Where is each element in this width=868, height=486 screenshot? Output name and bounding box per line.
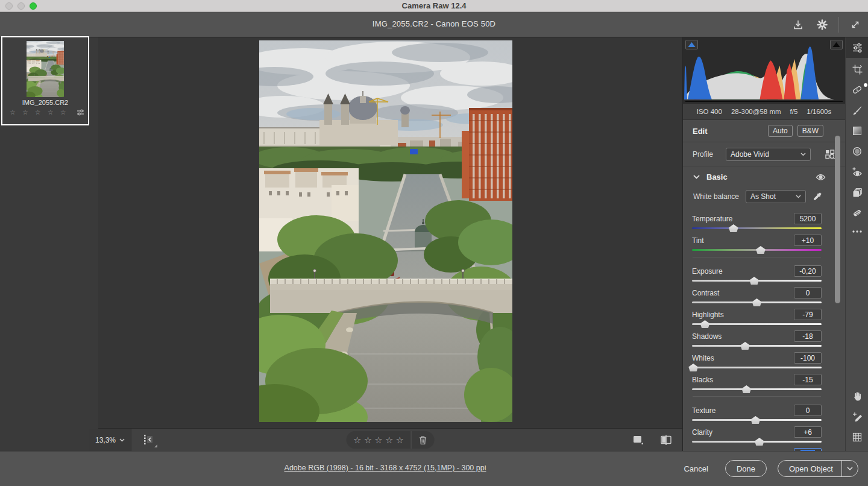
filmstrip-thumbnail-selected[interactable]: IMG_2055.CR2 ☆ ☆ ☆ ☆ ☆ bbox=[1, 36, 89, 125]
slider-row-exposure: Exposure-0,20 bbox=[692, 265, 822, 282]
tool-strip bbox=[845, 37, 868, 451]
slider-track-shadows[interactable] bbox=[692, 345, 822, 347]
open-object-button[interactable]: Open Object bbox=[778, 460, 858, 477]
slider-track-highlights[interactable] bbox=[692, 323, 822, 325]
histogram[interactable] bbox=[683, 37, 845, 104]
hand-tool-icon[interactable] bbox=[846, 386, 868, 406]
workflow-options-link[interactable]: Adobe RGB (1998) - 16 bit - 3168 x 4752 … bbox=[285, 464, 486, 472]
main-photo[interactable] bbox=[259, 40, 512, 422]
slider-thumb-blacks[interactable] bbox=[741, 385, 752, 393]
profile-row: Profile Adobe Vivid bbox=[683, 142, 845, 166]
patch-tool-icon[interactable] bbox=[846, 203, 868, 223]
edit-header: Edit Auto B&W bbox=[683, 120, 845, 142]
shadow-clipping-indicator[interactable] bbox=[685, 40, 698, 49]
thumbnail-rating-stars[interactable]: ☆ ☆ ☆ ☆ ☆ bbox=[10, 109, 69, 116]
slider-value-tint[interactable]: +10 bbox=[794, 235, 822, 246]
document-title: IMG_2055.CR2 - Canon EOS 50D bbox=[0, 19, 868, 28]
slider-thumb-whites[interactable] bbox=[688, 364, 699, 371]
chevron-down-icon bbox=[119, 438, 125, 442]
slider-value-texture[interactable]: 0 bbox=[794, 405, 822, 416]
slider-value-highlights[interactable]: -79 bbox=[794, 309, 822, 320]
wb-sampler-icon[interactable] bbox=[846, 406, 868, 427]
profile-browser-icon[interactable] bbox=[825, 149, 835, 160]
before-after-split-icon[interactable] bbox=[658, 432, 674, 448]
slider-label-tint: Tint bbox=[692, 236, 704, 245]
wb-eyedropper-icon[interactable] bbox=[813, 192, 822, 201]
open-object-dropdown[interactable] bbox=[842, 461, 858, 476]
profile-value: Adobe Vivid bbox=[731, 150, 800, 159]
slider-value-blacks[interactable]: -15 bbox=[794, 374, 822, 385]
exif-iso: ISO 400 bbox=[697, 108, 722, 115]
slider-track-contrast[interactable] bbox=[692, 301, 822, 303]
edit-sliders-icon[interactable] bbox=[846, 37, 868, 58]
slider-label-exposure: Exposure bbox=[692, 267, 723, 276]
rating-pill: ☆ ☆ ☆ ☆ ☆ bbox=[346, 431, 435, 449]
white-balance-dropdown[interactable]: As Shot bbox=[746, 190, 806, 203]
trash-icon[interactable] bbox=[412, 435, 427, 445]
slider-value-whites[interactable]: -100 bbox=[794, 352, 822, 364]
highlight-clipping-indicator[interactable] bbox=[830, 40, 843, 49]
panel-scrollbar[interactable] bbox=[835, 136, 840, 303]
crop-rotate-icon[interactable] bbox=[846, 59, 868, 80]
slider-thumb-exposure[interactable] bbox=[749, 277, 760, 285]
cancel-button[interactable]: Cancel bbox=[678, 461, 714, 476]
camera-raw-window: Camera Raw 12.4 IMG_2055.CR2 - Canon EOS… bbox=[0, 0, 868, 486]
slider-thumb-clarity[interactable] bbox=[754, 438, 764, 446]
slider-value-exposure[interactable]: -0,20 bbox=[794, 265, 822, 277]
slider-row-blacks: Blacks-15 bbox=[692, 374, 822, 390]
slider-label-blacks: Blacks bbox=[692, 376, 713, 384]
slider-thumb-tint[interactable] bbox=[755, 246, 766, 254]
basic-title: Basic bbox=[706, 172, 816, 181]
open-object-label[interactable]: Open Object bbox=[778, 461, 841, 476]
adjustment-brush-icon[interactable] bbox=[846, 100, 868, 121]
slider-track-clarity[interactable] bbox=[692, 441, 822, 443]
slider-thumb-temperature[interactable] bbox=[728, 224, 738, 232]
red-eye-icon[interactable] bbox=[846, 162, 868, 182]
bottom-bar: Adobe RGB (1998) - 16 bit - 3168 x 4752 … bbox=[0, 451, 868, 486]
slider-value-temperature[interactable]: 5200 bbox=[794, 213, 822, 224]
slider-label-clarity: Clarity bbox=[692, 428, 712, 437]
profile-dropdown[interactable]: Adobe Vivid bbox=[726, 148, 811, 161]
active-tool-indicator-dot bbox=[864, 83, 867, 87]
radial-filter-icon[interactable] bbox=[846, 141, 868, 162]
slider-thumb-highlights[interactable] bbox=[700, 320, 710, 328]
slider-group-divider bbox=[693, 257, 821, 257]
chevron-down-icon[interactable] bbox=[693, 175, 700, 179]
slider-value-contrast[interactable]: 0 bbox=[794, 287, 822, 298]
eye-icon[interactable] bbox=[816, 174, 826, 181]
slider-value-clarity[interactable]: +6 bbox=[794, 426, 822, 438]
preview-mode-icon[interactable] bbox=[631, 432, 646, 448]
graduated-filter-icon[interactable] bbox=[846, 121, 868, 141]
rating-stars[interactable]: ☆ ☆ ☆ ☆ ☆ bbox=[353, 435, 411, 446]
done-button[interactable]: Done bbox=[725, 460, 767, 477]
expand-icon[interactable] bbox=[848, 17, 863, 33]
slider-track-blacks[interactable] bbox=[692, 388, 822, 390]
slider-track-temperature[interactable] bbox=[692, 227, 822, 229]
slider-track-tint[interactable] bbox=[692, 249, 822, 251]
edited-badge-icon bbox=[77, 109, 84, 116]
bw-button[interactable]: B&W bbox=[797, 125, 823, 137]
filmstrip-toggle-icon[interactable] bbox=[142, 433, 156, 447]
more-tools-icon[interactable] bbox=[846, 221, 868, 242]
auto-button[interactable]: Auto bbox=[768, 125, 793, 137]
slider-thumb-contrast[interactable] bbox=[752, 298, 762, 306]
slider-thumb-texture[interactable] bbox=[750, 416, 761, 424]
grid-overlay-icon[interactable] bbox=[846, 427, 868, 447]
save-download-icon[interactable] bbox=[790, 17, 806, 33]
zoom-level-dropdown[interactable]: 13,3% bbox=[89, 429, 131, 451]
slider-track-texture[interactable] bbox=[692, 419, 822, 421]
slider-track-exposure[interactable] bbox=[692, 280, 822, 282]
slider-row-whites: Whites-100 bbox=[692, 352, 822, 368]
slider-label-texture: Texture bbox=[692, 406, 715, 415]
gear-icon[interactable] bbox=[814, 17, 830, 33]
slider-row-texture: Texture0 bbox=[692, 405, 822, 421]
slider-track-whites[interactable] bbox=[692, 367, 822, 368]
exif-shutter: 1/1600s bbox=[807, 108, 831, 115]
app-header: IMG_2055.CR2 - Canon EOS 50D bbox=[0, 12, 868, 37]
chevron-down-icon bbox=[847, 467, 853, 471]
slider-value-shadows[interactable]: -18 bbox=[794, 330, 822, 342]
slider-thumb-shadows[interactable] bbox=[740, 342, 750, 350]
basic-section-header[interactable]: Basic bbox=[683, 166, 845, 188]
presets-panels-icon[interactable] bbox=[846, 182, 868, 203]
image-preview-area bbox=[98, 37, 683, 428]
